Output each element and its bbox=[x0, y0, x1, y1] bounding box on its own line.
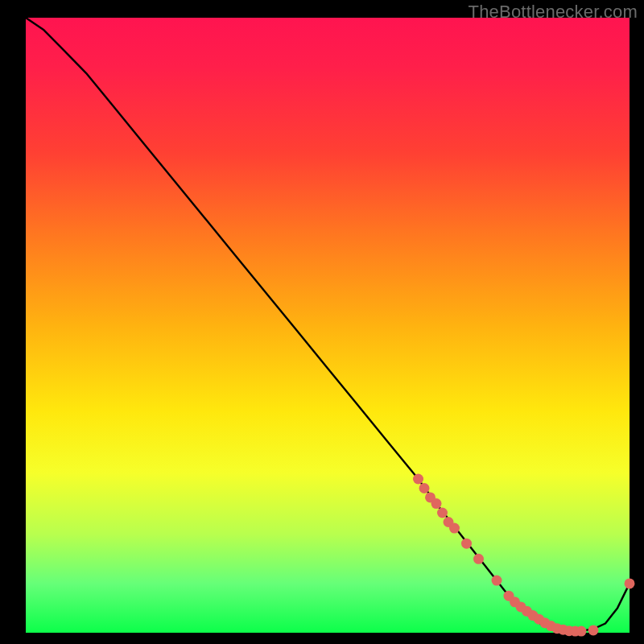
data-point bbox=[588, 625, 599, 635]
highlight-dots bbox=[413, 474, 635, 637]
bottleneck-curve bbox=[26, 18, 630, 632]
data-point bbox=[437, 508, 448, 518]
data-point bbox=[576, 626, 587, 637]
data-point bbox=[492, 576, 502, 586]
data-point bbox=[413, 474, 423, 485]
data-point bbox=[449, 523, 460, 534]
watermark-label: TheBottlenecker.com bbox=[469, 2, 638, 23]
chart-overlay bbox=[26, 18, 630, 633]
plot-area bbox=[26, 18, 630, 633]
data-point bbox=[419, 483, 430, 493]
data-point bbox=[461, 539, 472, 549]
data-point bbox=[625, 578, 635, 588]
data-point bbox=[431, 498, 442, 509]
data-point bbox=[473, 554, 484, 564]
chart-frame: TheBottlenecker.com bbox=[0, 0, 644, 644]
